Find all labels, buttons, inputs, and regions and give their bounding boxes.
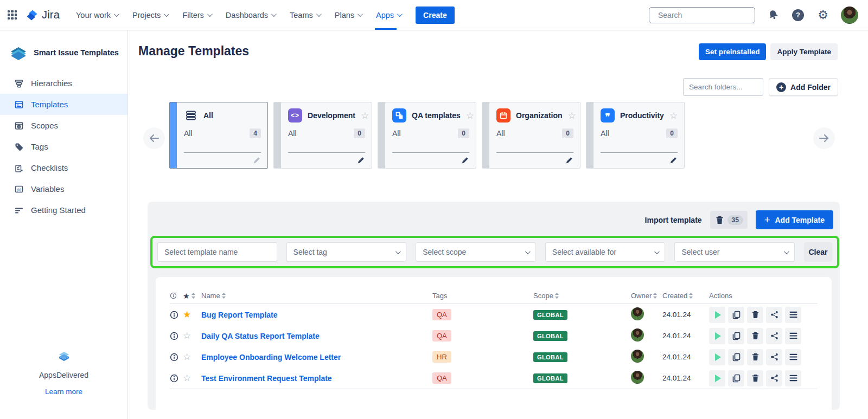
- user-avatar[interactable]: [841, 7, 858, 24]
- template-name-link[interactable]: Bug Report Template: [201, 311, 432, 319]
- scope-filter-select[interactable]: Select scope: [416, 242, 536, 262]
- edit-pencil-icon[interactable]: [253, 156, 261, 164]
- delete-template-button[interactable]: [747, 349, 763, 365]
- favorite-star[interactable]: ★: [183, 310, 201, 319]
- global-search[interactable]: [649, 7, 755, 23]
- trash-bin-button[interactable]: 35: [710, 211, 748, 229]
- import-template-link[interactable]: Import template: [645, 216, 702, 224]
- info-icon[interactable]: [170, 332, 183, 340]
- folder-card-development[interactable]: <> Development ☆ All 0: [273, 102, 372, 169]
- nav-item-apps[interactable]: Apps: [376, 0, 401, 30]
- set-preinstalled-button[interactable]: Set preinstalled: [699, 43, 767, 60]
- folder-card-organization[interactable]: Organization ☆ All 0: [482, 102, 580, 169]
- owner-avatar[interactable]: [631, 350, 644, 363]
- template-name-link[interactable]: Employee Onboarding Welcome Letter: [201, 353, 432, 362]
- share-template-button[interactable]: [766, 307, 782, 323]
- favorite-star[interactable]: ☆: [183, 373, 201, 383]
- carousel-left-arrow[interactable]: [143, 127, 165, 149]
- apply-template-button[interactable]: Apply Template: [770, 43, 838, 60]
- carousel-right-arrow[interactable]: [813, 127, 835, 149]
- user-filter-select[interactable]: Select user: [674, 242, 795, 262]
- help-icon[interactable]: ?: [791, 8, 805, 22]
- owner-avatar[interactable]: [631, 371, 644, 384]
- favorite-column-header[interactable]: ★: [183, 292, 201, 300]
- folder-card-all[interactable]: All All 4: [169, 102, 268, 169]
- copy-template-button[interactable]: [728, 370, 744, 386]
- nav-item-projects[interactable]: Projects: [132, 0, 168, 30]
- favorite-star-icon[interactable]: ☆: [361, 111, 369, 120]
- favorite-star-icon[interactable]: ☆: [466, 111, 474, 120]
- share-template-button[interactable]: [766, 370, 782, 386]
- folder-card-productivity[interactable]: ❞ Productivity ☆ All 0: [586, 102, 685, 169]
- info-icon[interactable]: [170, 374, 183, 383]
- copy-template-button[interactable]: [728, 349, 744, 365]
- edit-pencil-icon[interactable]: [357, 156, 365, 164]
- app-switcher-icon[interactable]: [8, 10, 17, 20]
- available-for-filter-select[interactable]: Select available for: [545, 242, 666, 262]
- settings-gear-icon[interactable]: ⚙: [816, 8, 830, 22]
- edit-pencil-icon[interactable]: [461, 156, 469, 164]
- nav-item-dashboards[interactable]: Dashboards: [226, 0, 275, 30]
- more-menu-button[interactable]: [785, 328, 801, 344]
- scope-badge: GLOBAL: [533, 352, 567, 362]
- delete-template-button[interactable]: [747, 370, 763, 386]
- run-template-button[interactable]: [709, 328, 725, 344]
- favorite-star[interactable]: ☆: [183, 331, 201, 340]
- add-folder-button[interactable]: + Add Folder: [769, 78, 838, 96]
- delete-template-button[interactable]: [747, 307, 763, 323]
- copy-template-button[interactable]: [728, 307, 744, 323]
- sidebar-item-variables[interactable]: (x) Variables: [0, 178, 127, 199]
- nav-item-plans[interactable]: Plans: [335, 0, 361, 30]
- template-name-link[interactable]: Daily QA Status Report Template: [201, 332, 432, 340]
- owner-avatar[interactable]: [631, 307, 644, 320]
- info-icon[interactable]: [170, 311, 183, 319]
- edit-pencil-icon[interactable]: [669, 156, 678, 164]
- search-input[interactable]: [658, 11, 756, 20]
- run-template-button[interactable]: [709, 307, 725, 323]
- menu-lines-icon: [789, 353, 797, 360]
- run-template-button[interactable]: [709, 349, 725, 365]
- nav-item-filters[interactable]: Filters: [182, 0, 210, 30]
- delete-template-button[interactable]: [747, 328, 763, 344]
- owner-column-header[interactable]: Owner: [631, 292, 662, 300]
- info-icon[interactable]: [170, 353, 183, 362]
- scope-column-header[interactable]: Scope: [533, 292, 631, 300]
- tag-filter-select[interactable]: Select tag: [286, 242, 407, 262]
- learn-more-link[interactable]: Learn more: [45, 388, 82, 396]
- sidebar-item-getting-started[interactable]: Getting Started: [0, 199, 127, 221]
- template-name-filter-input[interactable]: [157, 242, 277, 262]
- sidebar-item-hierarchies[interactable]: Hierarchies: [0, 73, 127, 94]
- share-template-button[interactable]: [766, 328, 782, 344]
- add-template-button[interactable]: + Add Template: [756, 210, 833, 229]
- name-column-header[interactable]: Name: [201, 292, 432, 300]
- search-folders-input[interactable]: [683, 78, 763, 96]
- sidebar-item-checklists[interactable]: Checklists: [0, 157, 127, 178]
- sidebar-item-tags[interactable]: Tags: [0, 136, 127, 157]
- clear-filters-button[interactable]: Clear: [804, 242, 832, 262]
- favorite-star-icon[interactable]: ☆: [568, 111, 576, 120]
- owner-avatar[interactable]: [631, 328, 644, 341]
- share-template-button[interactable]: [766, 349, 782, 365]
- notifications-icon[interactable]: [766, 8, 780, 22]
- sidebar-item-templates[interactable]: Templates: [0, 94, 127, 115]
- create-button[interactable]: Create: [416, 7, 455, 24]
- run-template-button[interactable]: [709, 370, 725, 386]
- favorite-star[interactable]: ☆: [183, 352, 201, 362]
- more-menu-button[interactable]: [785, 370, 801, 386]
- edit-pencil-icon[interactable]: [565, 156, 573, 164]
- more-menu-button[interactable]: [785, 307, 801, 323]
- card-accent-strip: [482, 102, 489, 168]
- folder-card-qa-templates[interactable]: QA templates ☆ All 0: [378, 102, 476, 169]
- copy-template-button[interactable]: [728, 328, 744, 344]
- jira-wordmark: Jira: [42, 9, 60, 21]
- sidebar: Smart Issue Templates Hierarchies Templa…: [0, 30, 128, 419]
- nav-item-teams[interactable]: Teams: [290, 0, 320, 30]
- sidebar-item-scopes[interactable]: Scopes: [0, 115, 127, 136]
- nav-item-your-work[interactable]: Your work: [76, 0, 118, 30]
- favorite-star-icon[interactable]: ☆: [669, 111, 678, 120]
- more-menu-button[interactable]: [785, 349, 801, 365]
- jira-logo[interactable]: Jira: [25, 9, 60, 22]
- created-date: 24.01.24: [662, 353, 709, 361]
- created-column-header[interactable]: Created: [662, 292, 709, 300]
- template-name-link[interactable]: Test Environment Request Template: [201, 374, 432, 383]
